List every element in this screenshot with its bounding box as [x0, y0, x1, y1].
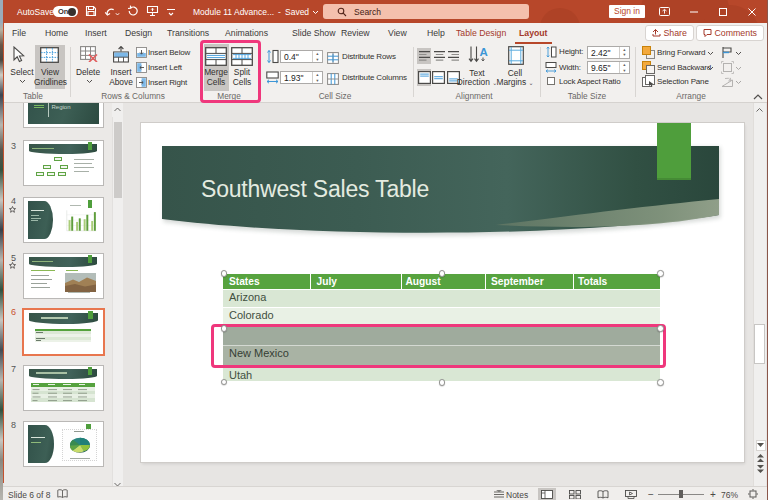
svg-text:A: A	[480, 46, 488, 58]
